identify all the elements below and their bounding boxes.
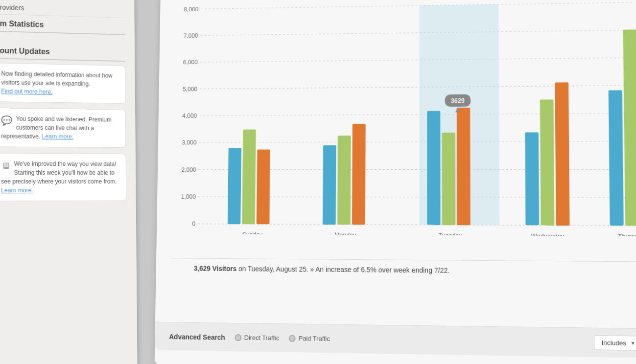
tooltip-text: 3629 bbox=[451, 97, 465, 104]
update-3-link[interactable]: Learn more. bbox=[1, 187, 33, 194]
svg-text:7,000: 7,000 bbox=[184, 32, 198, 39]
bar-tuesday-blue bbox=[427, 111, 440, 225]
radio-circle-paid bbox=[289, 335, 296, 341]
sidebar: roviders m Statistics ount Updates Now f… bbox=[0, 0, 138, 364]
radio-label-direct: Direct Traffic bbox=[244, 334, 280, 341]
svg-line-4 bbox=[199, 114, 635, 116]
svg-text:2,000: 2,000 bbox=[182, 166, 196, 173]
svg-text:4,000: 4,000 bbox=[182, 113, 197, 119]
bar-monday-orange bbox=[352, 124, 366, 225]
bar-monday-blue bbox=[323, 145, 336, 225]
page-wrapper: roviders m Statistics ount Updates Now f… bbox=[0, 0, 636, 364]
bar-sunday-blue bbox=[228, 148, 241, 224]
svg-line-5 bbox=[200, 86, 635, 89]
advanced-search-title: Advanced Search bbox=[169, 333, 225, 341]
chart-svg: .grid-line { stroke: #ccc; stroke-width:… bbox=[171, 0, 636, 236]
update-3-text: We've improved the way you view data! St… bbox=[1, 160, 117, 185]
monitor-icon: 🖥 bbox=[1, 159, 10, 173]
svg-text:Sunday: Sunday bbox=[242, 231, 263, 236]
svg-line-3 bbox=[199, 141, 636, 143]
radio-label-paid: Paid Traffic bbox=[299, 335, 330, 342]
update-2-link[interactable]: Learn more. bbox=[42, 133, 73, 140]
bar-monday-green bbox=[337, 136, 351, 225]
update-1-text: Now finding detailed information about h… bbox=[1, 70, 112, 88]
visitor-count: 3,629 Visitors bbox=[194, 264, 237, 273]
radio-group: Direct Traffic Paid Traffic bbox=[235, 334, 594, 346]
radio-direct-traffic[interactable]: Direct Traffic bbox=[235, 334, 279, 341]
svg-line-0 bbox=[198, 224, 636, 226]
svg-line-8 bbox=[201, 2, 634, 9]
svg-line-6 bbox=[200, 58, 635, 62]
svg-text:Wednesday: Wednesday bbox=[531, 233, 565, 236]
radio-circle-direct bbox=[235, 334, 241, 341]
bar-wednesday-green bbox=[540, 99, 555, 225]
svg-text:6,000: 6,000 bbox=[183, 59, 198, 66]
svg-text:8,000: 8,000 bbox=[184, 6, 198, 13]
update-1-link[interactable]: Find out more here. bbox=[1, 88, 52, 95]
bottom-bar: Advanced Search Direct Traffic Paid Traf… bbox=[155, 322, 636, 358]
bar-sunday-orange bbox=[257, 149, 270, 224]
svg-text:Thursday: Thursday bbox=[618, 233, 636, 236]
svg-text:1,000: 1,000 bbox=[181, 193, 196, 200]
bar-thursday-blue bbox=[609, 90, 624, 226]
bar-thursday-green bbox=[623, 29, 636, 226]
bar-wednesday-orange bbox=[555, 82, 569, 225]
main-panel: .grid-line { stroke: #ccc; stroke-width:… bbox=[154, 0, 636, 364]
chevron-down-icon: ▼ bbox=[631, 341, 636, 346]
includes-dropdown-label: Includes bbox=[601, 339, 626, 347]
svg-text:5,000: 5,000 bbox=[183, 86, 197, 92]
svg-text:0: 0 bbox=[192, 221, 195, 228]
bar-tuesday-orange bbox=[457, 108, 471, 225]
radio-paid-traffic[interactable]: Paid Traffic bbox=[289, 335, 330, 342]
visitor-detail: on Tuesday, August 25. » An increase of … bbox=[238, 265, 449, 274]
chat-icon: 💬 bbox=[1, 114, 12, 127]
chart-container: .grid-line { stroke: #ccc; stroke-width:… bbox=[170, 0, 636, 256]
sidebar-update-3: 🖥 We've improved the way you view data! … bbox=[0, 153, 126, 201]
svg-line-7 bbox=[201, 30, 635, 35]
svg-text:3,000: 3,000 bbox=[182, 139, 196, 146]
includes-dropdown[interactable]: Includes ▼ bbox=[594, 335, 636, 351]
svg-text:Tuesday: Tuesday bbox=[439, 232, 463, 236]
sidebar-section-title: m Statistics bbox=[0, 14, 125, 35]
visitor-info: 3,629 Visitors on Tuesday, August 25. » … bbox=[170, 258, 636, 276]
bar-sunday-green bbox=[242, 130, 256, 225]
bar-wednesday-blue bbox=[525, 133, 539, 226]
sidebar-update-1: Now finding detailed information about h… bbox=[0, 63, 126, 104]
svg-text:Monday: Monday bbox=[334, 232, 356, 236]
account-updates-title: ount Updates bbox=[0, 42, 125, 62]
sidebar-update-2: 💬 You spoke and we listened. Premium cus… bbox=[0, 108, 126, 148]
bar-tuesday-green bbox=[442, 133, 456, 225]
